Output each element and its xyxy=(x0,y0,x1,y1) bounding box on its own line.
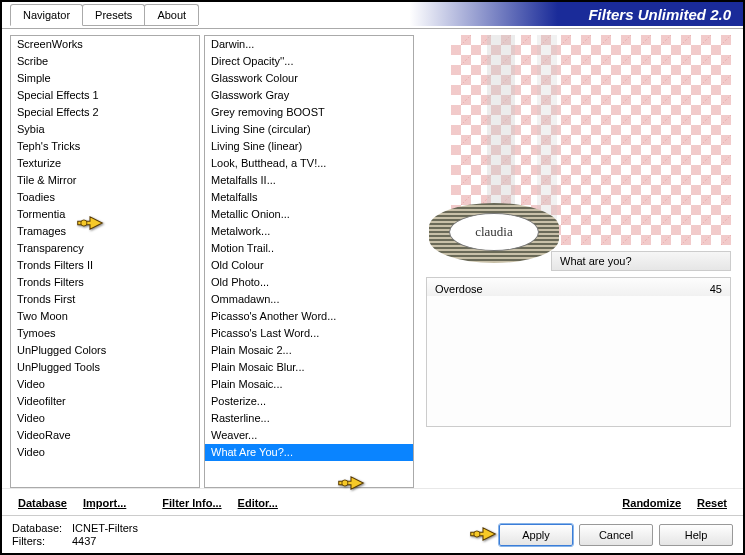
list-item[interactable]: Look, Butthead, a TV!... xyxy=(205,155,413,172)
reset-button[interactable]: Reset xyxy=(689,493,735,513)
list-item[interactable]: Tymoes xyxy=(11,325,199,342)
list-item[interactable]: Metalfalls xyxy=(205,189,413,206)
list-item[interactable]: UnPlugged Tools xyxy=(11,359,199,376)
list-item[interactable]: ScreenWorks xyxy=(11,36,199,53)
list-item[interactable]: Simple xyxy=(11,70,199,87)
content-area: ScreenWorksScribeSimpleSpecial Effects 1… xyxy=(2,28,743,488)
list-item[interactable]: UnPlugged Colors xyxy=(11,342,199,359)
list-item[interactable]: Metalwork... xyxy=(205,223,413,240)
list-item[interactable]: Direct Opacity''... xyxy=(205,53,413,70)
app-title: Filters Unlimited 2.0 xyxy=(588,6,731,23)
parameters-box: Overdose45 xyxy=(426,277,731,427)
list-item[interactable]: Texturize xyxy=(11,155,199,172)
editor-button[interactable]: Editor... xyxy=(230,493,286,513)
filter-name-display: What are you? xyxy=(551,251,731,271)
list-item[interactable]: Video xyxy=(11,444,199,461)
param-value: 45 xyxy=(710,283,722,295)
list-item[interactable]: Two Moon xyxy=(11,308,199,325)
list-item[interactable]: Tormentia xyxy=(11,206,199,223)
tabs-container: NavigatorPresetsAbout xyxy=(10,4,198,26)
list-item[interactable]: Tronds Filters II xyxy=(11,257,199,274)
toolbar: Database Import... Filter Info... Editor… xyxy=(2,488,743,515)
list-item[interactable]: Picasso's Last Word... xyxy=(205,325,413,342)
footer: Database: ICNET-Filters Filters: 4437 Ap… xyxy=(2,515,743,553)
list-item[interactable]: Metallic Onion... xyxy=(205,206,413,223)
list-item[interactable]: Video xyxy=(11,376,199,393)
apply-button[interactable]: Apply xyxy=(499,524,573,546)
list-item[interactable]: Teph's Tricks xyxy=(11,138,199,155)
database-button[interactable]: Database xyxy=(10,493,75,513)
watermark-badge: claudia xyxy=(429,203,559,263)
randomize-button[interactable]: Randomize xyxy=(614,493,689,513)
list-item[interactable]: Weaver... xyxy=(205,427,413,444)
list-item[interactable]: Motion Trail.. xyxy=(205,240,413,257)
pointer-hand-icon xyxy=(469,522,497,546)
list-item[interactable]: Posterize... xyxy=(205,393,413,410)
list-item[interactable]: What Are You?... xyxy=(205,444,413,461)
list-item[interactable]: Metalfalls II... xyxy=(205,172,413,189)
list-item[interactable]: Rasterline... xyxy=(205,410,413,427)
categories-listbox[interactable]: ScreenWorksScribeSimpleSpecial Effects 1… xyxy=(10,35,200,488)
filters-count-value: 4437 xyxy=(72,535,96,547)
list-item[interactable]: Tronds Filters xyxy=(11,274,199,291)
list-item[interactable]: Grey removing BOOST xyxy=(205,104,413,121)
list-item[interactable]: Special Effects 2 xyxy=(11,104,199,121)
filters-count-label: Filters: xyxy=(12,535,72,547)
list-item[interactable]: Transparency xyxy=(11,240,199,257)
header-bar: NavigatorPresetsAbout Filters Unlimited … xyxy=(2,2,743,26)
categories-panel: ScreenWorksScribeSimpleSpecial Effects 1… xyxy=(10,35,200,488)
list-item[interactable]: Old Colour xyxy=(205,257,413,274)
footer-buttons: Apply Cancel Help xyxy=(499,524,733,546)
svg-point-2 xyxy=(474,530,480,536)
list-item[interactable]: Old Photo... xyxy=(205,274,413,291)
db-label: Database: xyxy=(12,522,72,534)
filters-listbox[interactable]: Darwin...Direct Opacity''...Glasswork Co… xyxy=(204,35,414,488)
list-item[interactable]: Special Effects 1 xyxy=(11,87,199,104)
footer-info: Database: ICNET-Filters Filters: 4437 xyxy=(12,522,138,547)
badge-text: claudia xyxy=(449,213,539,251)
list-item[interactable]: Glasswork Colour xyxy=(205,70,413,87)
list-item[interactable]: VideoRave xyxy=(11,427,199,444)
list-item[interactable]: Plain Mosaic... xyxy=(205,376,413,393)
help-button[interactable]: Help xyxy=(659,524,733,546)
list-item[interactable]: Glasswork Gray xyxy=(205,87,413,104)
list-item[interactable]: Sybia xyxy=(11,121,199,138)
preview-image: claudia xyxy=(451,35,731,245)
filters-panel: Darwin...Direct Opacity''...Glasswork Co… xyxy=(204,35,414,488)
list-item[interactable]: Tile & Mirror xyxy=(11,172,199,189)
cancel-button[interactable]: Cancel xyxy=(579,524,653,546)
db-value: ICNET-Filters xyxy=(72,522,138,534)
tab-presets[interactable]: Presets xyxy=(82,4,145,25)
list-item[interactable]: Living Sine (circular) xyxy=(205,121,413,138)
import-button[interactable]: Import... xyxy=(75,493,134,513)
main-window: NavigatorPresetsAbout Filters Unlimited … xyxy=(0,0,745,555)
list-item[interactable]: Ommadawn... xyxy=(205,291,413,308)
list-item[interactable]: Tronds First xyxy=(11,291,199,308)
tab-about[interactable]: About xyxy=(144,4,199,25)
list-item[interactable]: Plain Mosaic Blur... xyxy=(205,359,413,376)
list-item[interactable]: Darwin... xyxy=(205,36,413,53)
list-item[interactable]: Video xyxy=(11,410,199,427)
list-item[interactable]: Videofilter xyxy=(11,393,199,410)
list-item[interactable]: Toadies xyxy=(11,189,199,206)
tab-navigator[interactable]: Navigator xyxy=(10,4,83,26)
list-item[interactable]: Scribe xyxy=(11,53,199,70)
list-item[interactable]: Living Sine (linear) xyxy=(205,138,413,155)
param-name: Overdose xyxy=(435,283,483,295)
list-item[interactable]: Picasso's Another Word... xyxy=(205,308,413,325)
list-item[interactable]: Plain Mosaic 2... xyxy=(205,342,413,359)
list-item[interactable]: Tramages xyxy=(11,223,199,240)
filter-info-button[interactable]: Filter Info... xyxy=(154,493,229,513)
param-row[interactable]: Overdose45 xyxy=(435,282,722,296)
preview-panel: claudia What are you? Overdose45 xyxy=(418,35,735,488)
